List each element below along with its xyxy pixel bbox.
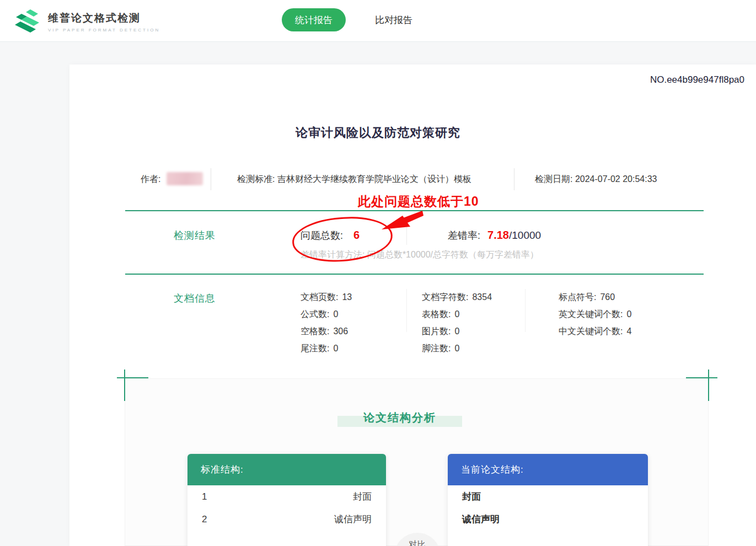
red-annotation-text: 此处问题总数低于10 <box>358 193 479 210</box>
brand-text: 维普论文格式检测 VIP PAPER FORMAT DETECTION <box>48 11 160 33</box>
docinfo-images: 图片数:0 <box>422 326 459 338</box>
row-name: 封面 <box>353 490 372 503</box>
current-structure-header: 当前论文结构: <box>448 454 648 485</box>
docinfo-formulas: 公式数:0 <box>301 309 338 320</box>
row-number: 2 <box>202 514 207 525</box>
cropmark-right-vertical <box>708 370 709 401</box>
standard-structure-card: 标准结构: 1 封面 2 诚信声明 <box>187 454 386 546</box>
docinfo-divider-2 <box>525 289 526 332</box>
page: 维普论文格式检测 VIP PAPER FORMAT DETECTION 统计报告… <box>0 0 756 546</box>
docinfo-spaces: 空格数:306 <box>301 326 348 338</box>
results-section-label: 检测结果 <box>174 229 216 242</box>
current-structure-card: 当前论文结构: 封面 诚信声明 <box>448 454 648 546</box>
standard-value: 吉林财经大学继续教育学院毕业论文（设计）模板 <box>277 174 471 184</box>
tab-compare-report[interactable]: 比对报告 <box>366 8 421 31</box>
title-text: 论文结构分析 <box>337 410 462 425</box>
cropmark-right-horizontal <box>686 377 717 378</box>
docinfo-cn-keywords: 中文关键词个数:4 <box>559 326 631 338</box>
vip-logo-icon <box>14 7 45 36</box>
detection-date: 检测日期: 2024-07-02 20:54:33 <box>535 174 657 185</box>
brand-name: 维普论文格式检测 <box>48 11 160 25</box>
red-arrow-icon <box>380 211 423 232</box>
current-row-1: 封面 <box>448 485 648 508</box>
row-name: 诚信声明 <box>334 513 372 526</box>
detection-standard: 检测标准: 吉林财经大学继续教育学院毕业论文（设计）模板 <box>237 174 471 185</box>
docinfo-endnotes: 尾注数:0 <box>301 343 338 355</box>
brand-logo[interactable]: 维普论文格式检测 VIP PAPER FORMAT DETECTION <box>14 7 179 36</box>
error-rate-value: 7.18 <box>487 229 509 241</box>
paper-title: 论审计风险以及防范对策研究 <box>0 125 756 141</box>
standard-label: 检测标准: <box>237 174 275 184</box>
row-number: 1 <box>202 491 207 502</box>
brand-subtitle: VIP PAPER FORMAT DETECTION <box>48 28 160 33</box>
report-number: NO.ee4b99e947fl8pa0 <box>650 74 744 85</box>
standard-structure-header: 标准结构: <box>187 454 386 485</box>
docinfo-section-label: 文档信息 <box>174 292 216 305</box>
docinfo-tables: 表格数:0 <box>422 309 459 320</box>
docinfo-footnotes: 脚注数:0 <box>422 343 459 355</box>
date-value: 2024-07-02 20:54:33 <box>575 174 657 184</box>
cropmark-left-horizontal <box>117 377 148 378</box>
date-label: 检测日期: <box>535 174 572 184</box>
error-rate-suffix: /10000 <box>509 229 541 241</box>
current-row-2: 诚信声明 <box>448 508 648 531</box>
error-rate: 差错率: 7.18/10000 <box>448 229 541 242</box>
docinfo-en-keywords: 英文关键词个数:0 <box>559 309 631 320</box>
docinfo-chars: 文档字符数:8354 <box>422 292 492 303</box>
author-label: 作者: <box>141 174 160 185</box>
cropmark-left-vertical <box>124 370 125 401</box>
section-rule-bottom <box>125 274 704 275</box>
docinfo-pages: 文档页数:13 <box>301 292 352 303</box>
docinfo-divider-1 <box>406 289 407 332</box>
structure-analysis-title: 论文结构分析 <box>337 410 462 427</box>
standard-row-1: 1 封面 <box>187 485 386 508</box>
error-rate-label: 差错率: <box>448 230 480 241</box>
navbar: 维普论文格式检测 VIP PAPER FORMAT DETECTION 统计报告… <box>0 0 756 42</box>
docinfo-punctuation: 标点符号:760 <box>559 292 615 303</box>
meta-divider-1 <box>211 168 211 190</box>
tab-statistics-report[interactable]: 统计报告 <box>282 8 346 31</box>
meta-divider-2 <box>514 168 514 190</box>
standard-row-2: 2 诚信声明 <box>187 508 386 531</box>
author-name-redacted <box>167 172 203 185</box>
